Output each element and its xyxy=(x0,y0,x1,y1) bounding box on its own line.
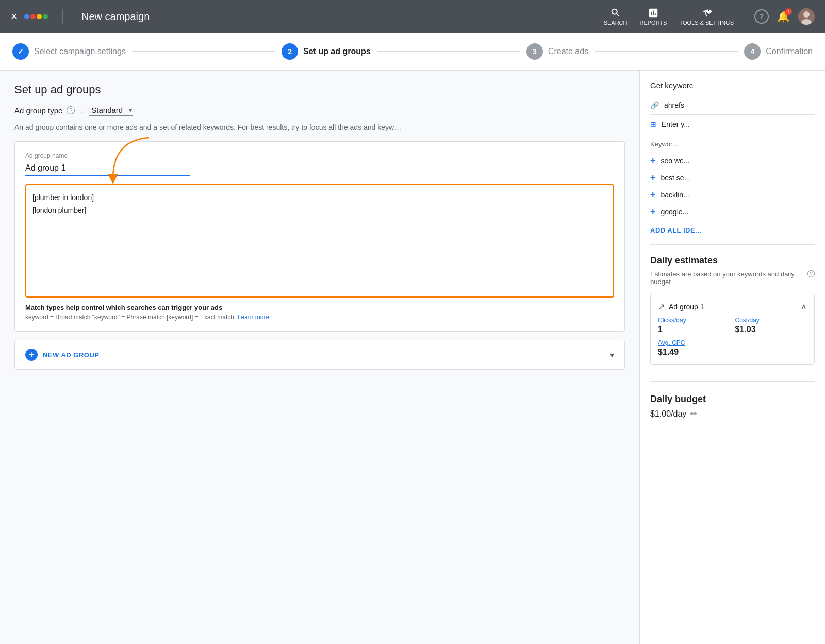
ad-group-name-input[interactable] xyxy=(25,161,190,176)
reports-nav-label: REPORTS xyxy=(639,20,667,26)
page-title: Set up ad groups xyxy=(14,83,625,96)
logo-dot-yellow xyxy=(37,14,42,19)
plus-icon-backlink: + xyxy=(650,189,656,200)
logo-dot-blue xyxy=(24,14,29,19)
tools-nav-button[interactable]: TOOLS & SETTINGS xyxy=(679,7,734,26)
step-2: 2 Set up ad groups xyxy=(282,43,371,60)
ad-group-type-select[interactable]: Standard Dynamic xyxy=(89,105,133,116)
match-types-bold: Match types help control which searches … xyxy=(25,304,614,311)
keyword-source-enter[interactable]: ⊞ Enter y... xyxy=(650,115,815,134)
step-1-circle: ✓ xyxy=(12,43,29,60)
chevron-down-icon: ▾ xyxy=(610,350,614,360)
avg-cpc-value: $1.49 xyxy=(658,348,730,357)
ad-group-estimate-header-left: ↗ Ad group 1 xyxy=(658,302,704,311)
ad-group-name-label: Ad group name xyxy=(25,152,614,159)
ad-group-type-label: Ad group type xyxy=(14,106,62,115)
match-types-section: Match types help control which searches … xyxy=(25,304,614,321)
nav-divider xyxy=(62,9,63,24)
ad-group-estimate-name: Ad group 1 xyxy=(669,303,704,311)
left-panel: Set up ad groups Ad group type ? : Stand… xyxy=(0,71,639,644)
enter-source-text: Enter y... xyxy=(662,120,690,128)
step-2-label: Set up ad groups xyxy=(303,47,371,56)
daily-estimates-title: Daily estimates xyxy=(650,255,815,266)
new-ad-group-row[interactable]: + NEW AD GROUP ▾ xyxy=(14,340,625,370)
help-button[interactable]: ? xyxy=(754,9,769,24)
cost-estimate: Cost/day $1.03 xyxy=(735,317,807,334)
page-title-nav: New campaign xyxy=(81,11,150,23)
new-ad-group-left: + NEW AD GROUP xyxy=(25,349,100,361)
google-ads-logo xyxy=(24,14,48,19)
keyword-idea-google-text: google... xyxy=(661,208,689,216)
get-keywords-title: Get keyworc xyxy=(650,81,815,90)
keyword-idea-seo-text: seo we... xyxy=(661,157,690,165)
notification-bell[interactable]: 🔔 ! xyxy=(777,10,790,23)
logo-dot-green xyxy=(43,14,48,19)
notification-badge: ! xyxy=(785,8,792,15)
stepper: ✓ Select campaign settings 2 Set up ad g… xyxy=(0,33,825,71)
match-types-text: keyword = Broad match "keyword" = Phrase… xyxy=(25,313,614,321)
search-nav-button[interactable]: SEARCH xyxy=(604,7,628,26)
link-icon: 🔗 xyxy=(650,101,659,109)
step-4: 4 Confirmation xyxy=(744,43,813,60)
step-connector-3 xyxy=(595,51,738,52)
step-3: 3 Create ads xyxy=(526,43,588,60)
trend-icon: ↗ xyxy=(658,302,665,311)
get-keywords-section: Get keyworc 🔗 ahrefs ⊞ Enter y... Keywor… xyxy=(650,81,815,245)
learn-more-link[interactable]: Learn more xyxy=(238,313,269,321)
keyword-idea-backlink-text: backlin... xyxy=(661,191,689,199)
plus-circle-icon: + xyxy=(25,349,38,361)
close-icon[interactable]: ✕ xyxy=(10,11,18,22)
keywords-textarea-box[interactable]: [plumber in london] [london plumber] xyxy=(25,184,614,298)
ahrefs-source-text: ahrefs xyxy=(664,101,684,109)
edit-budget-icon[interactable]: ✏ xyxy=(690,409,697,419)
keyword-idea-best[interactable]: + best se... xyxy=(650,169,815,186)
keyword-line-2: [london plumber] xyxy=(32,204,607,217)
daily-budget-value: $1.00/day xyxy=(650,409,686,419)
clicks-label[interactable]: Clicks/day xyxy=(658,317,730,324)
search-nav-label: SEARCH xyxy=(604,20,628,26)
grid-icon: ⊞ xyxy=(650,120,656,128)
estimates-help-icon[interactable]: ? xyxy=(807,270,815,277)
ad-group-type-row: Ad group type ? : Standard Dynamic ▾ xyxy=(14,105,625,116)
keyword-idea-backlink[interactable]: + backlin... xyxy=(650,186,815,203)
plus-icon-best: + xyxy=(650,172,656,183)
step-1: ✓ Select campaign settings xyxy=(12,43,126,60)
ad-group-type-select-wrap: Standard Dynamic ▾ xyxy=(89,105,133,116)
plus-icon-google: + xyxy=(650,206,656,217)
svg-point-1 xyxy=(803,11,810,18)
logo-dot-red xyxy=(30,14,36,19)
user-avatar[interactable] xyxy=(798,8,815,25)
daily-budget-row: $1.00/day ✏ xyxy=(650,409,815,419)
estimates-note: Estimates are based on your keywords and… xyxy=(650,270,815,286)
daily-budget-section: Daily budget $1.00/day ✏ xyxy=(650,394,815,419)
clicks-value: 1 xyxy=(658,325,730,334)
cost-label[interactable]: Cost/day xyxy=(735,317,807,324)
keyword-idea-google[interactable]: + google... xyxy=(650,203,815,220)
collapse-icon[interactable]: ∧ xyxy=(801,302,807,311)
keyword-idea-seo[interactable]: + seo we... xyxy=(650,152,815,169)
step-1-label: Select campaign settings xyxy=(34,47,126,56)
reports-nav-button[interactable]: REPORTS xyxy=(639,7,667,26)
description-text: An ad group contains one or more ads and… xyxy=(14,122,625,133)
step-connector-1 xyxy=(132,51,275,52)
ad-group-card: Ad group name [plumber in london] [londo… xyxy=(14,141,625,332)
main-layout: Set up ad groups Ad group type ? : Stand… xyxy=(0,71,825,644)
ad-group-type-help[interactable]: ? xyxy=(67,106,75,114)
annotation-arrow-svg xyxy=(97,135,159,187)
new-ad-group-label: NEW AD GROUP xyxy=(43,351,100,359)
daily-budget-title: Daily budget xyxy=(650,394,815,405)
keyword-section-title: Keywor... xyxy=(650,140,815,148)
avg-cpc-label[interactable]: Avg. CPC xyxy=(658,339,730,346)
step-4-label: Confirmation xyxy=(766,47,813,56)
tools-nav-label: TOOLS & SETTINGS xyxy=(679,20,734,26)
add-all-button[interactable]: ADD ALL IDE... xyxy=(650,226,701,234)
step-3-circle: 3 xyxy=(526,43,543,60)
estimate-grid: Clicks/day 1 Cost/day $1.03 Avg. CPC $1.… xyxy=(658,317,807,357)
avg-cpc-estimate: Avg. CPC $1.49 xyxy=(658,339,730,357)
right-panel: Get keyworc 🔗 ahrefs ⊞ Enter y... Keywor… xyxy=(639,71,825,644)
step-3-label: Create ads xyxy=(548,47,588,56)
plus-icon-seo: + xyxy=(650,155,656,166)
top-navigation: ✕ New campaign SEARCH REPORTS TOOLS & SE… xyxy=(0,0,825,33)
keyword-source-ahrefs[interactable]: 🔗 ahrefs xyxy=(650,96,815,115)
clicks-estimate: Clicks/day 1 xyxy=(658,317,730,334)
